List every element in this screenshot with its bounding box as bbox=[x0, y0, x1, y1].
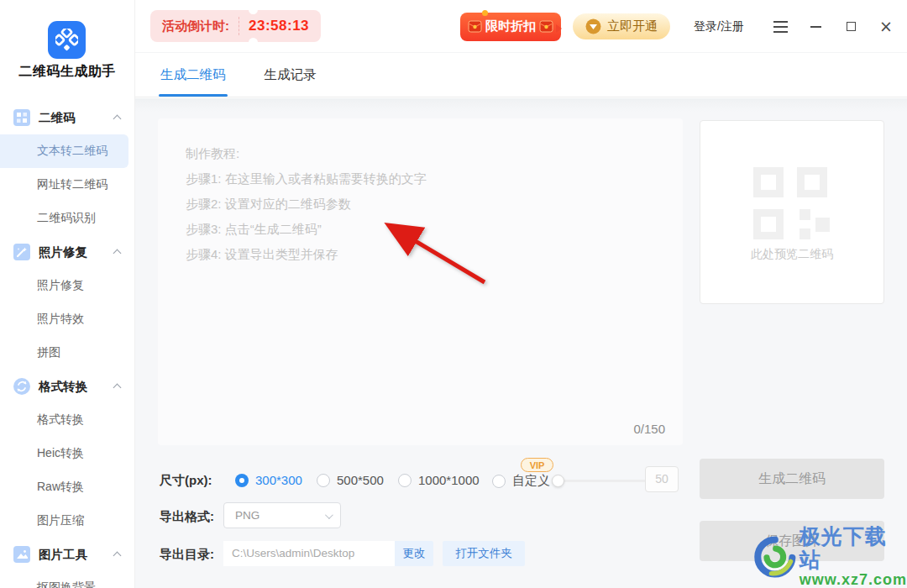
placeholder-line: 步骤3: 点击“生成二维码” bbox=[186, 217, 683, 242]
char-counter: 0/150 bbox=[633, 422, 665, 436]
sidebar-item-label: 照片修复 bbox=[37, 278, 84, 293]
app-window: 二维码生成助手 二维码 文本转二维码 网址转二维码 二维码识别 照片修复 照片修… bbox=[0, 0, 907, 588]
vip-badge: VIP bbox=[521, 458, 553, 472]
sidebar-item-label: 图片压缩 bbox=[37, 513, 84, 528]
export-dir-box: C:\Users\admin\Desktop 更改 bbox=[223, 541, 433, 566]
sidebar-group-format-convert[interactable]: 格式转换 bbox=[0, 370, 134, 403]
qr-preview-panel: 此处预览二维码 bbox=[700, 120, 884, 304]
watermark-site-url: www.xz7.com bbox=[800, 571, 907, 588]
placeholder-line: 步骤1: 在这里输入或者粘贴需要转换的文字 bbox=[186, 166, 683, 192]
sidebar-item-label: 格式转换 bbox=[37, 412, 84, 428]
minimize-icon bbox=[810, 26, 821, 28]
radio-label: 自定义 bbox=[512, 473, 550, 489]
slider-handle[interactable] bbox=[552, 475, 564, 487]
countdown-time: 23:58:13 bbox=[249, 18, 309, 34]
maximize-icon bbox=[847, 22, 856, 31]
sidebar-item-label: 照片特效 bbox=[37, 312, 84, 327]
main-content: 制作教程: 步骤1: 在这里输入或者粘贴需要转换的文字 步骤2: 设置对应的二维… bbox=[135, 98, 907, 588]
placeholder-line: 制作教程: bbox=[186, 141, 683, 166]
red-envelope-icon bbox=[468, 19, 482, 34]
sidebar-item-label: 拼图 bbox=[37, 345, 60, 360]
hamburger-icon bbox=[773, 21, 788, 33]
open-folder-button[interactable]: 打开文件夹 bbox=[443, 541, 525, 566]
tab-label: 生成二维码 bbox=[160, 66, 226, 84]
radio-label: 1000*1000 bbox=[418, 473, 480, 487]
export-dir-path[interactable]: C:\Users\admin\Desktop bbox=[223, 541, 395, 566]
sidebar-item-collage[interactable]: 拼图 bbox=[0, 336, 134, 370]
size-option-500[interactable]: 500*500 bbox=[317, 473, 384, 487]
sidebar-item-photo-repair[interactable]: 照片修复 bbox=[0, 269, 134, 302]
export-format-select[interactable]: PNG bbox=[223, 502, 341, 528]
tab-generate-history[interactable]: 生成记录 bbox=[265, 53, 317, 97]
minimize-button[interactable] bbox=[803, 14, 828, 39]
qr-placeholder-icon bbox=[753, 167, 831, 239]
activate-vip-button[interactable]: 立即开通 bbox=[573, 13, 670, 39]
custom-size-input[interactable]: 50 bbox=[645, 466, 679, 492]
size-option-1000[interactable]: 1000*1000 bbox=[398, 473, 480, 487]
login-register-link[interactable]: 登录/注册 bbox=[694, 19, 744, 34]
sidebar-item-label: 网址转二维码 bbox=[37, 177, 107, 192]
chevron-up-icon bbox=[113, 384, 122, 392]
topbar: 活动倒计时: 23:58:13 限时折扣 立即开通 登录/注册 × bbox=[135, 0, 907, 53]
radio-label: 500*500 bbox=[337, 473, 384, 487]
radio-icon bbox=[492, 475, 506, 488]
sidebar-item-image-compress[interactable]: 图片压缩 bbox=[0, 504, 134, 538]
size-option-300[interactable]: 300*300 bbox=[235, 473, 302, 487]
export-format-label: 导出格式: bbox=[160, 509, 214, 525]
sidebar-item-photo-effects[interactable]: 照片特效 bbox=[0, 302, 134, 336]
sidebar-item-raw-convert[interactable]: Raw转换 bbox=[0, 470, 134, 504]
activate-label: 立即开通 bbox=[607, 18, 658, 34]
limited-discount-button[interactable]: 限时折扣 bbox=[460, 13, 561, 41]
tab-label: 生成记录 bbox=[265, 66, 317, 84]
sidebar-item-label: 抠图换背景 bbox=[37, 580, 96, 588]
ticket-divider bbox=[239, 17, 239, 35]
maximize-button[interactable] bbox=[838, 14, 863, 39]
preview-placeholder-text: 此处预览二维码 bbox=[700, 247, 883, 262]
topbar-actions: 限时折扣 立即开通 登录/注册 × bbox=[460, 0, 899, 53]
sidebar-group-label: 照片修复 bbox=[39, 244, 87, 260]
discount-label: 限时折扣 bbox=[485, 18, 536, 34]
sidebar-item-heic-convert[interactable]: Heic转换 bbox=[0, 437, 134, 470]
format-convert-icon bbox=[13, 378, 30, 395]
menu-button[interactable] bbox=[768, 14, 793, 39]
close-button[interactable]: × bbox=[873, 14, 899, 39]
tab-generate-qr[interactable]: 生成二维码 bbox=[160, 53, 226, 97]
custom-size-slider[interactable] bbox=[554, 480, 647, 482]
sidebar-group-image-tools[interactable]: 图片工具 bbox=[0, 538, 134, 571]
chevron-down-icon bbox=[325, 511, 333, 519]
radio-label: 300*300 bbox=[255, 473, 302, 487]
vip-crown-icon bbox=[585, 18, 601, 34]
countdown-label: 活动倒计时: bbox=[162, 18, 229, 34]
sidebar-group-qrcode[interactable]: 二维码 bbox=[0, 101, 134, 134]
sidebar-item-url-to-qr[interactable]: 网址转二维码 bbox=[0, 168, 134, 202]
qrcode-icon bbox=[13, 109, 30, 126]
sidebar-item-label: 文本转二维码 bbox=[37, 144, 107, 159]
export-dir-label: 导出目录: bbox=[160, 547, 214, 563]
red-envelope-icon bbox=[539, 19, 553, 34]
text-input-area[interactable]: 制作教程: 步骤1: 在这里输入或者粘贴需要转换的文字 步骤2: 设置对应的二维… bbox=[158, 118, 683, 445]
chevron-up-icon bbox=[113, 552, 122, 560]
sidebar-item-qr-recognize[interactable]: 二维码识别 bbox=[0, 202, 134, 235]
photo-repair-icon bbox=[13, 244, 30, 260]
sidebar-item-label: Raw转换 bbox=[37, 480, 84, 495]
sidebar-group-label: 图片工具 bbox=[39, 547, 87, 563]
change-dir-button[interactable]: 更改 bbox=[395, 541, 433, 566]
generate-qr-button[interactable]: 生成二维码 bbox=[700, 459, 884, 499]
close-icon: × bbox=[879, 18, 893, 34]
size-option-custom[interactable]: 自定义 bbox=[492, 473, 550, 489]
radio-icon bbox=[317, 474, 330, 487]
save-image-button[interactable]: 保存图片 bbox=[700, 521, 884, 561]
app-title: 二维码生成助手 bbox=[0, 63, 134, 81]
sidebar-item-label: Heic转换 bbox=[37, 446, 84, 461]
chevron-up-icon bbox=[113, 115, 122, 123]
sidebar-group-photo-repair[interactable]: 照片修复 bbox=[0, 235, 134, 269]
sidebar-item-format-convert[interactable]: 格式转换 bbox=[0, 403, 134, 437]
sidebar-item-cutout-background[interactable]: 抠图换背景 bbox=[0, 571, 134, 588]
placeholder-text: 制作教程: 步骤1: 在这里输入或者粘贴需要转换的文字 步骤2: 设置对应的二维… bbox=[158, 118, 683, 267]
sidebar-group-label: 格式转换 bbox=[39, 379, 87, 395]
sidebar-item-text-to-qr[interactable]: 文本转二维码 bbox=[0, 134, 128, 168]
app-logo-icon bbox=[48, 21, 86, 59]
placeholder-line: 步骤2: 设置对应的二维码参数 bbox=[186, 192, 683, 217]
select-value: PNG bbox=[235, 509, 260, 522]
radio-checked-icon bbox=[235, 474, 249, 487]
